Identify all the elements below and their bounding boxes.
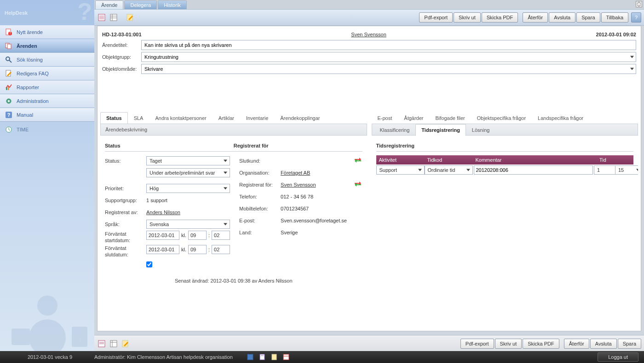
subtab-tids[interactable]: Tidsregistrering	[415, 124, 466, 136]
note-edit-icon-b[interactable]	[121, 339, 130, 348]
swap-regfor-icon[interactable]	[354, 181, 362, 189]
title-input[interactable]	[141, 40, 636, 50]
form-view-icon[interactable]	[97, 13, 106, 22]
bottom-toolbar-left	[97, 339, 130, 348]
tid-min-value: 15	[618, 167, 624, 173]
pdf-export-button-b[interactable]: Pdf-export	[460, 339, 494, 349]
tid-min-select[interactable]: 15	[615, 165, 638, 175]
nav-arenden[interactable]: Ärenden	[0, 39, 94, 53]
ticket-meta: Ärendetitel: Objektgrupp: Objekt/område:	[98, 40, 641, 80]
subtab-epost[interactable]: E-post	[372, 112, 398, 124]
org-link[interactable]: Företaget AB	[281, 170, 310, 176]
status-icon-4[interactable]	[282, 353, 290, 361]
ticket-timestamp: 2012-03-01 09:02	[596, 32, 636, 37]
print-button[interactable]: Skriv ut	[454, 12, 481, 23]
status-icon-3[interactable]	[270, 353, 278, 361]
nav-nytt-arende[interactable]: ! Nytt ärende	[0, 25, 94, 39]
note-edit-icon[interactable]	[126, 13, 135, 22]
substatus-select[interactable]: Under arbete/preliminärt svar	[146, 168, 230, 177]
prio-select[interactable]: Hög	[146, 184, 230, 193]
lang-label: Språk:	[105, 221, 146, 227]
list-view-icon[interactable]	[109, 13, 118, 22]
start-min-select[interactable]: 02	[212, 231, 230, 240]
resize-icon[interactable]	[636, 1, 642, 7]
tidkod-select[interactable]: Ordinarie tid	[425, 165, 473, 175]
help-button[interactable]: ?	[631, 12, 641, 23]
subtab-artiklar[interactable]: Artiklar	[213, 112, 240, 124]
svg-line-6	[9, 60, 12, 62]
nav-rapporter[interactable]: Rapporter	[0, 80, 94, 94]
end-hour-select[interactable]: 09	[188, 245, 207, 254]
avsluta-button[interactable]: Avsluta	[549, 12, 575, 23]
subtab-klass[interactable]: Klassificering	[374, 124, 416, 136]
nav-redigera-faq[interactable]: Redigera FAQ	[0, 67, 94, 80]
ticket-user-link[interactable]: Sven Svensson	[351, 32, 386, 37]
swap-slutkund-icon[interactable]	[354, 157, 362, 165]
tab-arende[interactable]: Ärende	[95, 0, 123, 9]
print-button-b[interactable]: Skriv ut	[495, 339, 522, 349]
subtab-losning[interactable]: Lösning	[466, 124, 496, 136]
status-icon-1[interactable]	[247, 353, 254, 361]
ticket-id: HD-12-03-01:001	[102, 32, 142, 37]
sgroup-label: Supportgrupp:	[105, 198, 146, 203]
area-label: Objekt/område:	[102, 66, 141, 72]
send-pdf-button[interactable]: Skicka PDF	[482, 12, 518, 23]
kommentar-input[interactable]	[474, 165, 593, 175]
end-date-checkbox[interactable]	[146, 261, 152, 267]
status-head-row: Status Registrerat för	[105, 140, 362, 152]
subtab-sla[interactable]: SLA	[128, 112, 150, 124]
subtab-kontakt[interactable]: Andra kontaktpersoner	[149, 112, 212, 124]
group-select[interactable]	[141, 52, 636, 62]
right-column: E-post Åtgärder Bifogade filer Objektspe…	[372, 111, 638, 328]
nav-administration[interactable]: Administration	[0, 94, 94, 108]
svg-rect-41	[272, 354, 276, 360]
subtab-kopplingar[interactable]: Ärendekopplingar	[274, 112, 326, 124]
status-icon-2[interactable]	[259, 353, 266, 361]
aterfor-button[interactable]: Återför	[523, 12, 548, 23]
gear-icon	[5, 97, 13, 105]
svg-text:?: ?	[78, 337, 80, 342]
logout-button[interactable]: Logga ut	[598, 352, 638, 362]
nav-time[interactable]: TIME	[0, 122, 94, 136]
subtab-beskrivning[interactable]: Ärendebeskrivning	[100, 124, 367, 136]
status-mid: Administratör: Kim Clemensson Artisan he…	[94, 353, 598, 361]
spara-button-b[interactable]: Spara	[618, 339, 641, 349]
avsluta-button-b[interactable]: Avsluta	[590, 339, 617, 349]
subtab-land[interactable]: Landspecifika frågor	[532, 112, 589, 124]
nav-label: Sök lösning	[17, 57, 43, 62]
svg-text:?: ?	[7, 112, 11, 118]
end-min-select[interactable]: 02	[212, 245, 230, 254]
send-pdf-button-b[interactable]: Skicka PDF	[523, 339, 559, 349]
subtab-inventarie[interactable]: Inventarie	[240, 112, 274, 124]
subtab-status[interactable]: Status	[100, 112, 128, 124]
nav-sok-losning[interactable]: Sök lösning	[0, 53, 94, 67]
list-view-icon-b[interactable]	[109, 339, 118, 348]
chevron-down-icon	[636, 169, 638, 171]
spara-button[interactable]: Spara	[576, 12, 600, 23]
form-view-icon-b[interactable]	[97, 339, 106, 348]
tab-delegera[interactable]: Delegera	[124, 0, 157, 9]
start-hour-select[interactable]: 09	[188, 231, 207, 240]
lang-select[interactable]: Svenska	[146, 220, 230, 229]
kl-label: kl.	[181, 233, 186, 238]
subtab-objekt[interactable]: Objektspecifika frågor	[471, 112, 532, 124]
tab-historik[interactable]: Historik	[158, 0, 187, 9]
aterfor-button-b[interactable]: Återför	[564, 339, 589, 349]
subtab-filer[interactable]: Bifogade filer	[430, 112, 471, 124]
pdf-export-button[interactable]: Pdf-export	[419, 12, 453, 23]
sidebar-silhouette: ?	[0, 283, 94, 352]
regfor-link[interactable]: Sven Svensson	[281, 182, 354, 187]
subtab-atgarder[interactable]: Åtgärder	[398, 112, 429, 124]
tillbaka-button[interactable]: Tillbaka	[601, 12, 629, 23]
slutkund-label: Slutkund:	[239, 158, 281, 164]
nav-manual[interactable]: ? Manual	[0, 108, 94, 122]
land-value: Sverige	[281, 230, 298, 235]
col-aktivitet: Aktivitet	[376, 157, 425, 163]
start-date[interactable]: 2012-03-01	[146, 231, 179, 240]
area-select[interactable]	[141, 64, 636, 74]
svg-rect-26	[110, 14, 117, 21]
aktivitet-select[interactable]: Support	[376, 165, 425, 175]
status-select[interactable]: Taget	[146, 156, 230, 165]
end-date[interactable]: 2012-03-01	[146, 245, 179, 254]
regby-link[interactable]: Anders Nilsson	[146, 210, 180, 215]
